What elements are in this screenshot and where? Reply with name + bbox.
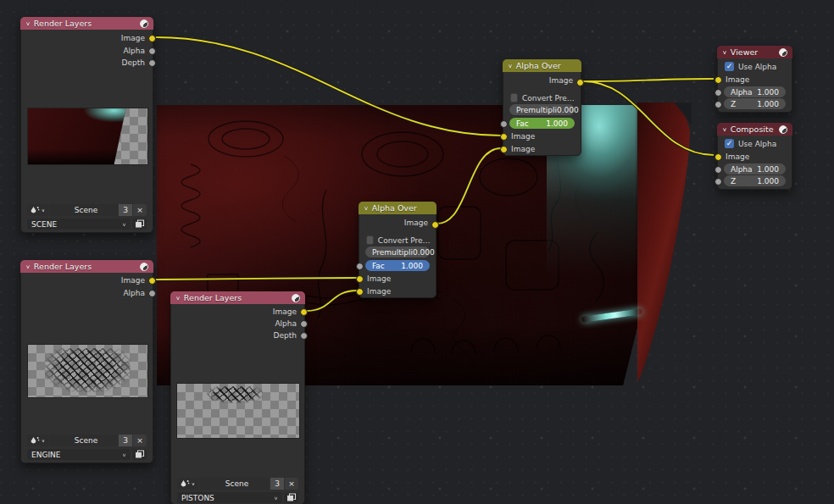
node-alpha-over-top[interactable]: ∨ Alpha Over Image Convert Premulti... P… bbox=[503, 59, 581, 156]
alpha-slider[interactable]: Alpha 1.000 bbox=[724, 163, 786, 174]
node-alpha-over-middle[interactable]: ∨ Alpha Over Image Convert Premulti... P… bbox=[359, 202, 436, 298]
fac-value: 1.000 bbox=[546, 119, 568, 128]
collapse-chevron-icon[interactable]: ∨ bbox=[175, 295, 181, 300]
input-label-image2: Image bbox=[367, 287, 391, 296]
collapse-chevron-icon[interactable]: ∨ bbox=[364, 205, 369, 210]
node-header[interactable]: ∨ Render Layers bbox=[20, 17, 153, 30]
z-slider[interactable]: Z 1.000 bbox=[724, 175, 786, 186]
socket-image2-input[interactable] bbox=[500, 146, 508, 153]
scene-browse-button[interactable]: ∨ bbox=[27, 204, 48, 216]
node-header[interactable]: ∨ Render Layers bbox=[170, 291, 305, 304]
socket-image-input[interactable] bbox=[714, 153, 722, 161]
render-layer-dropdown[interactable]: ENGINE ∨ bbox=[27, 449, 131, 460]
premultiply-slider[interactable]: Premultipli 0.000 bbox=[509, 104, 575, 115]
socket-depth-output[interactable] bbox=[300, 332, 308, 340]
socket-fac-input[interactable] bbox=[500, 120, 508, 128]
render-layer-dropdown[interactable]: SCENE ∨ bbox=[27, 219, 131, 230]
new-layer-button[interactable] bbox=[132, 449, 147, 460]
socket-z-input[interactable] bbox=[714, 101, 722, 108]
alpha-label: Alpha bbox=[731, 165, 753, 174]
fac-label: Fac bbox=[516, 119, 529, 128]
alpha-value: 1.000 bbox=[757, 165, 779, 174]
scene-name: Scene bbox=[225, 479, 248, 488]
new-layer-button[interactable] bbox=[284, 492, 298, 503]
fac-value: 1.000 bbox=[401, 262, 423, 270]
node-viewer[interactable]: ∨ Viewer ✓ Use Alpha Image Alpha 1.000 Z… bbox=[717, 46, 792, 113]
layer-stack-icon bbox=[135, 219, 145, 229]
fac-slider[interactable]: Fac 1.000 bbox=[509, 118, 575, 129]
output-row: Depth bbox=[21, 57, 153, 69]
output-label-alpha: Alpha bbox=[275, 319, 297, 328]
scene-name-field[interactable]: Scene bbox=[49, 204, 118, 216]
socket-alpha-input[interactable] bbox=[714, 89, 722, 97]
scene-name: Scene bbox=[75, 206, 97, 214]
convert-premultiply-checkbox[interactable] bbox=[366, 235, 374, 245]
socket-image2-input[interactable] bbox=[356, 288, 364, 296]
output-label-alpha: Alpha bbox=[123, 47, 145, 55]
alpha-slider[interactable]: Alpha 1.000 bbox=[724, 86, 786, 97]
z-slider[interactable]: Z 1.000 bbox=[724, 98, 786, 109]
socket-depth-output[interactable] bbox=[148, 59, 156, 67]
node-editor-canvas[interactable]: ∨ Render Layers Image Alpha Depth ∨ Scen… bbox=[0, 0, 834, 504]
scene-name-field[interactable]: Scene bbox=[49, 435, 118, 446]
node-render-layers-top[interactable]: ∨ Render Layers Image Alpha Depth ∨ Scen… bbox=[20, 17, 153, 233]
render-layer-dropdown[interactable]: PISTONS ∨ bbox=[177, 492, 282, 503]
socket-image1-input[interactable] bbox=[356, 275, 364, 283]
socket-image-output[interactable] bbox=[148, 35, 156, 42]
socket-image-input[interactable] bbox=[714, 76, 722, 84]
convert-premultiply-checkbox[interactable] bbox=[510, 93, 518, 102]
scene-unlink-button[interactable]: × bbox=[133, 435, 147, 446]
premultiply-slider[interactable]: Premultipli 0.000 bbox=[365, 246, 430, 258]
scene-users-count[interactable]: 3 bbox=[119, 435, 132, 446]
socket-image-output[interactable] bbox=[576, 79, 584, 86]
chevron-down-icon: ∨ bbox=[122, 451, 126, 457]
socket-z-input[interactable] bbox=[714, 178, 722, 186]
socket-alpha-output[interactable] bbox=[148, 47, 156, 55]
node-title: Render Layers bbox=[34, 262, 92, 271]
socket-image-output[interactable] bbox=[300, 308, 308, 316]
use-alpha-checkbox[interactable]: ✓ bbox=[725, 62, 734, 71]
z-label: Z bbox=[731, 177, 736, 186]
node-header[interactable]: ∨ Alpha Over bbox=[503, 59, 581, 72]
node-header[interactable]: ∨ Render Layers bbox=[20, 260, 153, 273]
collapse-chevron-icon[interactable]: ∨ bbox=[508, 63, 513, 68]
scene-users-count[interactable]: 3 bbox=[270, 478, 284, 490]
socket-fac-input[interactable] bbox=[356, 263, 364, 270]
collapse-chevron-icon[interactable]: ∨ bbox=[25, 263, 31, 269]
scene-name: Scene bbox=[75, 436, 97, 445]
use-alpha-checkbox[interactable]: ✓ bbox=[725, 139, 734, 148]
scene-browse-button[interactable]: ∨ bbox=[27, 435, 48, 446]
scene-name-field[interactable]: Scene bbox=[199, 478, 270, 490]
socket-alpha-input[interactable] bbox=[714, 166, 722, 174]
fac-slider[interactable]: Fac 1.000 bbox=[365, 260, 430, 271]
collapse-chevron-icon[interactable]: ∨ bbox=[25, 20, 31, 25]
close-icon: × bbox=[288, 479, 295, 488]
z-label: Z bbox=[731, 100, 736, 108]
check-icon: ✓ bbox=[726, 63, 733, 70]
output-label-depth: Depth bbox=[274, 331, 297, 340]
scene-browse-button[interactable]: ∨ bbox=[177, 478, 198, 490]
close-icon: × bbox=[136, 436, 143, 445]
scene-users-count[interactable]: 3 bbox=[119, 204, 132, 216]
layer-name: PISTONS bbox=[181, 494, 214, 502]
collapse-chevron-icon[interactable]: ∨ bbox=[722, 126, 727, 131]
sphere-icon bbox=[779, 125, 787, 134]
layer-stack-icon bbox=[135, 450, 145, 459]
node-header[interactable]: ∨ Alpha Over bbox=[359, 202, 436, 214]
new-layer-button[interactable] bbox=[132, 219, 147, 230]
scene-unlink-button[interactable]: × bbox=[133, 204, 147, 216]
socket-image-output[interactable] bbox=[148, 277, 156, 285]
socket-alpha-output[interactable] bbox=[148, 290, 156, 297]
output-row: Alpha bbox=[21, 45, 153, 57]
node-header[interactable]: ∨ Composite bbox=[717, 123, 792, 136]
socket-image-output[interactable] bbox=[431, 221, 439, 229]
scene-unlink-button[interactable]: × bbox=[285, 478, 298, 490]
collapse-chevron-icon[interactable]: ∨ bbox=[722, 49, 727, 54]
node-render-layers-middle[interactable]: ∨ Render Layers Image Alpha Depth ∨ Scen… bbox=[170, 291, 305, 504]
socket-alpha-output[interactable] bbox=[300, 320, 308, 328]
node-render-layers-bottom[interactable]: ∨ Render Layers Image Alpha ∨ Scene 3 × … bbox=[20, 260, 153, 463]
socket-image1-input[interactable] bbox=[500, 133, 508, 141]
node-composite[interactable]: ∨ Composite ✓ Use Alpha Image Alpha 1.00… bbox=[717, 123, 792, 190]
scene-selector: ∨ Scene 3 × bbox=[177, 478, 298, 490]
node-header[interactable]: ∨ Viewer bbox=[717, 46, 792, 58]
